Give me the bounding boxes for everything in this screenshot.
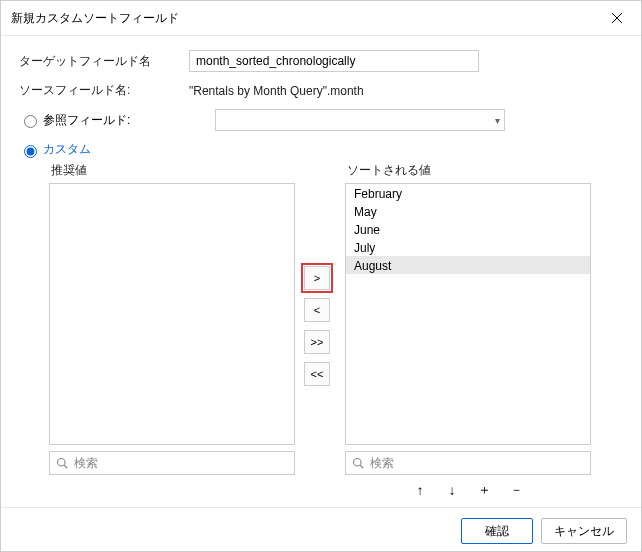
suggested-search[interactable]: 検索 bbox=[49, 451, 295, 475]
list-item[interactable]: July bbox=[346, 238, 590, 256]
suggested-column: 推奨値 検索 bbox=[49, 162, 295, 499]
search-icon bbox=[56, 457, 68, 469]
sorted-column: ソートされる値 FebruaryMayJuneJulyAugust 検索 ↑ ↓… bbox=[345, 162, 591, 499]
move-buttons-column: > < >> << bbox=[295, 162, 339, 499]
svg-line-3 bbox=[64, 465, 67, 468]
list-item[interactable]: May bbox=[346, 202, 590, 220]
remove-item-button[interactable]: － bbox=[507, 481, 525, 499]
reorder-row: ↑ ↓ ＋ － bbox=[345, 481, 591, 499]
list-item[interactable]: August bbox=[346, 256, 590, 274]
move-all-right-button[interactable]: >> bbox=[304, 330, 330, 354]
reference-field-combo[interactable]: ▾ bbox=[215, 109, 505, 131]
move-all-left-button[interactable]: << bbox=[304, 362, 330, 386]
sorted-search[interactable]: 検索 bbox=[345, 451, 591, 475]
close-button[interactable] bbox=[603, 7, 631, 29]
svg-point-2 bbox=[58, 459, 66, 467]
sorted-search-placeholder: 検索 bbox=[370, 455, 394, 472]
move-left-button[interactable]: < bbox=[304, 298, 330, 322]
source-field-value: "Rentals by Month Query".month bbox=[189, 84, 364, 98]
reference-field-radio[interactable] bbox=[24, 115, 37, 128]
dialog-body: ターゲットフィールド名 ソースフィールド名: "Rentals by Month… bbox=[1, 36, 641, 507]
move-down-button[interactable]: ↓ bbox=[443, 481, 461, 499]
dialog-footer: 確認 キャンセル bbox=[1, 507, 641, 552]
titlebar: 新規カスタムソートフィールド bbox=[1, 1, 641, 36]
close-icon bbox=[612, 13, 622, 23]
chevron-down-icon: ▾ bbox=[495, 115, 500, 126]
target-field-row: ターゲットフィールド名 bbox=[19, 50, 623, 72]
sorted-header: ソートされる値 bbox=[345, 162, 591, 179]
sorted-listbox[interactable]: FebruaryMayJuneJulyAugust bbox=[345, 183, 591, 445]
list-item[interactable]: February bbox=[346, 184, 590, 202]
suggested-listbox[interactable] bbox=[49, 183, 295, 445]
lists-area: 推奨値 検索 > < >> << ソートされる値 FebruaryMayJune… bbox=[19, 162, 623, 499]
move-up-button[interactable]: ↑ bbox=[411, 481, 429, 499]
custom-radio[interactable] bbox=[24, 145, 37, 158]
target-field-label: ターゲットフィールド名 bbox=[19, 53, 189, 70]
dialog-title: 新規カスタムソートフィールド bbox=[11, 10, 179, 27]
source-field-label: ソースフィールド名: bbox=[19, 82, 189, 99]
custom-row: カスタム bbox=[19, 141, 623, 158]
svg-line-5 bbox=[360, 465, 363, 468]
source-field-row: ソースフィールド名: "Rentals by Month Query".mont… bbox=[19, 82, 623, 99]
dialog-window: 新規カスタムソートフィールド ターゲットフィールド名 ソースフィールド名: "R… bbox=[0, 0, 642, 552]
ok-button[interactable]: 確認 bbox=[461, 518, 533, 544]
add-item-button[interactable]: ＋ bbox=[475, 481, 493, 499]
cancel-button[interactable]: キャンセル bbox=[541, 518, 627, 544]
search-icon bbox=[352, 457, 364, 469]
custom-label: カスタム bbox=[43, 141, 91, 158]
target-field-input[interactable] bbox=[189, 50, 479, 72]
suggested-header: 推奨値 bbox=[49, 162, 295, 179]
reference-field-label: 参照フィールド: bbox=[43, 112, 201, 129]
suggested-search-placeholder: 検索 bbox=[74, 455, 98, 472]
move-right-button[interactable]: > bbox=[304, 266, 330, 290]
svg-point-4 bbox=[354, 459, 362, 467]
reference-field-row: 参照フィールド: ▾ bbox=[19, 109, 623, 131]
list-item[interactable]: June bbox=[346, 220, 590, 238]
